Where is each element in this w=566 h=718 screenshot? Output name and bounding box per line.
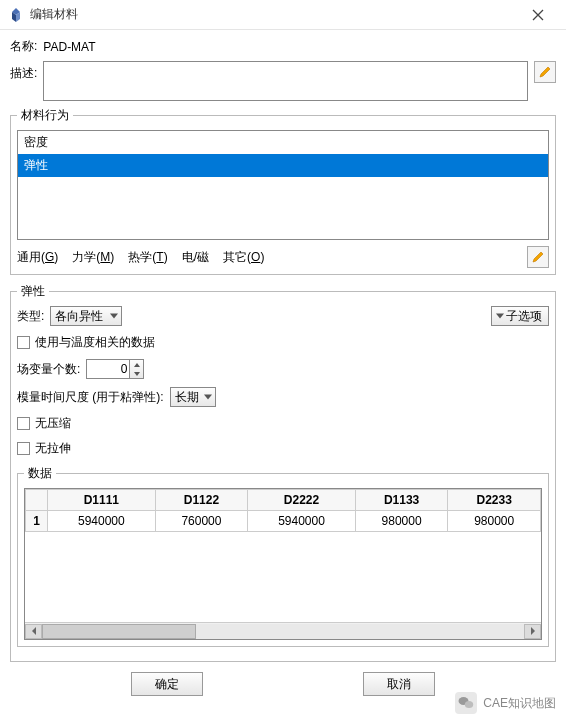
window-title: 编辑材料 <box>30 6 518 23</box>
chevron-left-icon <box>31 627 37 635</box>
name-value: PAD-MAT <box>43 40 95 54</box>
chevron-down-icon <box>204 395 212 400</box>
temp-data-row: 使用与温度相关的数据 <box>17 334 549 351</box>
col-d2222: D2222 <box>248 490 356 511</box>
menu-em[interactable]: 电/磁 <box>182 249 209 266</box>
edit-behavior-button[interactable] <box>527 246 549 268</box>
chevron-right-icon <box>530 627 536 635</box>
scroll-track[interactable] <box>42 624 524 639</box>
moduli-label: 模量时间尺度 (用于粘弹性): <box>17 389 164 406</box>
behavior-item-density[interactable]: 密度 <box>18 131 548 154</box>
temp-data-label: 使用与温度相关的数据 <box>35 334 155 351</box>
watermark: CAE知识地图 <box>455 692 556 714</box>
data-legend: 数据 <box>24 465 56 482</box>
pencil-icon <box>531 250 545 264</box>
type-value: 各向异性 <box>55 308 103 325</box>
scroll-left-button[interactable] <box>25 624 42 639</box>
description-label: 描述: <box>10 61 37 82</box>
pencil-icon <box>538 65 552 79</box>
row-index: 1 <box>26 511 48 532</box>
field-var-spinner[interactable] <box>130 359 144 379</box>
col-d1111: D1111 <box>48 490 156 511</box>
field-var-row: 场变量个数: 0 <box>17 359 549 379</box>
cell-d1133[interactable]: 980000 <box>355 511 448 532</box>
behavior-list[interactable]: 密度 弹性 <box>17 130 549 240</box>
data-table[interactable]: D1111 D1122 D2222 D1133 D2233 1 5940000 … <box>25 489 541 532</box>
type-row: 类型: 各向异性 子选项 <box>17 306 549 326</box>
moduli-select[interactable]: 长期 <box>170 387 216 407</box>
menu-thermal[interactable]: 热学(T) <box>128 249 167 266</box>
horizontal-scrollbar[interactable] <box>25 622 541 639</box>
menu-general[interactable]: 通用(G) <box>17 249 58 266</box>
ok-button[interactable]: 确定 <box>131 672 203 696</box>
no-tension-label: 无拉伸 <box>35 440 71 457</box>
behavior-menu-row: 通用(G) 力学(M) 热学(T) 电/磁 其它(O) <box>17 246 549 268</box>
behavior-item-elasticity[interactable]: 弹性 <box>18 154 548 177</box>
cell-d2222[interactable]: 5940000 <box>248 511 356 532</box>
temp-data-checkbox[interactable] <box>17 336 30 349</box>
scroll-right-button[interactable] <box>524 624 541 639</box>
data-fieldset: 数据 D1111 D1122 D2222 D1133 D2233 1 59400… <box>17 465 549 647</box>
spinner-up-icon[interactable] <box>130 360 143 369</box>
type-select[interactable]: 各向异性 <box>50 306 122 326</box>
table-row[interactable]: 1 5940000 760000 5940000 980000 980000 <box>26 511 541 532</box>
col-d1122: D1122 <box>155 490 248 511</box>
menu-mechanical[interactable]: 力学(M) <box>72 249 114 266</box>
dialog-content: 名称: PAD-MAT 描述: 材料行为 密度 弹性 通用(G) 力学(M) 热… <box>0 30 566 704</box>
menu-other[interactable]: 其它(O) <box>223 249 264 266</box>
cell-d2233[interactable]: 980000 <box>448 511 541 532</box>
name-label: 名称: <box>10 38 37 55</box>
no-tension-row: 无拉伸 <box>17 440 549 457</box>
cell-d1111[interactable]: 5940000 <box>48 511 156 532</box>
name-row: 名称: PAD-MAT <box>10 38 556 55</box>
watermark-text: CAE知识地图 <box>483 695 556 712</box>
elasticity-legend: 弹性 <box>17 283 49 300</box>
type-label: 类型: <box>17 308 44 325</box>
no-tension-checkbox[interactable] <box>17 442 30 455</box>
col-d2233: D2233 <box>448 490 541 511</box>
titlebar: 编辑材料 <box>0 0 566 30</box>
no-compress-label: 无压缩 <box>35 415 71 432</box>
elasticity-fieldset: 弹性 类型: 各向异性 子选项 使用与温度相关的数据 场变量个数: 0 <box>10 283 556 662</box>
description-input[interactable] <box>43 61 528 101</box>
close-button[interactable] <box>518 2 558 28</box>
material-behavior-legend: 材料行为 <box>17 107 73 124</box>
sub-option-button[interactable]: 子选项 <box>491 306 549 326</box>
table-empty-area <box>25 532 541 622</box>
data-table-wrap: D1111 D1122 D2222 D1133 D2233 1 5940000 … <box>24 488 542 640</box>
col-d1133: D1133 <box>355 490 448 511</box>
field-var-label: 场变量个数: <box>17 361 80 378</box>
cancel-button[interactable]: 取消 <box>363 672 435 696</box>
edit-description-button[interactable] <box>534 61 556 83</box>
spinner-down-icon[interactable] <box>130 369 143 378</box>
chevron-down-icon <box>110 314 118 319</box>
svg-point-1 <box>465 701 473 708</box>
moduli-row: 模量时间尺度 (用于粘弹性): 长期 <box>17 387 549 407</box>
no-compress-checkbox[interactable] <box>17 417 30 430</box>
moduli-value: 长期 <box>175 389 199 406</box>
wechat-icon <box>455 692 477 714</box>
scroll-thumb[interactable] <box>42 624 196 639</box>
field-var-input[interactable]: 0 <box>86 359 130 379</box>
description-row: 描述: <box>10 61 556 101</box>
rowhead-blank <box>26 490 48 511</box>
no-compress-row: 无压缩 <box>17 415 549 432</box>
cell-d1122[interactable]: 760000 <box>155 511 248 532</box>
material-behavior-fieldset: 材料行为 密度 弹性 通用(G) 力学(M) 热学(T) 电/磁 其它(O) <box>10 107 556 275</box>
table-header-row: D1111 D1122 D2222 D1133 D2233 <box>26 490 541 511</box>
app-icon <box>8 7 24 23</box>
